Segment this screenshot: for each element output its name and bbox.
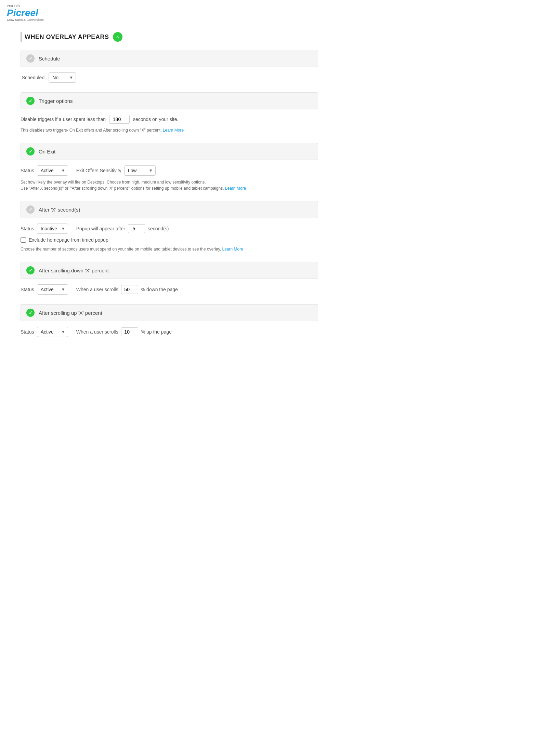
after-scrolling-up-value-input[interactable]	[121, 327, 138, 336]
main-content: WHEN OVERLAY APPEARS ✓ Schedule Schedule…	[0, 25, 328, 360]
after-scrolling-down-status-select-wrapper: Active Inactive ▼	[37, 284, 68, 295]
after-x-seconds-block: ✓ After 'X' second(s) Status Inactive Ac…	[21, 201, 318, 252]
after-x-seconds-header-title: After 'X' second(s)	[39, 207, 80, 213]
on-exit-check-icon: ✓	[26, 147, 35, 156]
after-scrolling-up-header-title: After scrolling up 'X' percent	[39, 310, 102, 316]
after-scrolling-down-scroll-group: When a user scrolls % down the page	[76, 285, 178, 294]
after-scrolling-down-status-group: Status Active Inactive ▼	[21, 284, 68, 295]
after-scrolling-down-header-title: After scrolling down 'X' percent	[39, 268, 109, 273]
on-exit-status-group: Status Active Inactive ▼	[21, 165, 68, 176]
after-scrolling-up-scroll-label: When a user scrolls	[76, 329, 118, 335]
after-x-seconds-value-input[interactable]	[128, 224, 145, 233]
on-exit-info-line2: Use "After X second(s)" or "'After scrol…	[21, 185, 318, 191]
after-scrolling-up-status-label: Status	[21, 329, 34, 335]
on-exit-info-line1: Set how likely the overlay will fire on …	[21, 179, 318, 185]
on-exit-sensitivity-select-wrapper: Low Medium High ▼	[124, 165, 156, 176]
scheduled-select[interactable]: No Yes	[49, 72, 76, 83]
after-scrolling-down-scroll-label: When a user scrolls	[76, 287, 118, 292]
trigger-options-header: ✓ Trigger options	[21, 92, 318, 109]
logo-picreel: Picreel	[7, 8, 541, 18]
after-scrolling-down-header: ✓ After scrolling down 'X' percent	[21, 262, 318, 279]
after-x-seconds-popup-group: Popup will appear after second(s)	[76, 224, 169, 233]
after-scrolling-up-status-select-wrapper: Active Inactive ▼	[37, 327, 68, 337]
after-x-seconds-info: Choose the number of seconds users must …	[21, 246, 318, 252]
trigger-options-header-title: Trigger options	[39, 98, 73, 104]
after-x-seconds-check-icon: ✓	[26, 205, 35, 214]
page-title: WHEN OVERLAY APPEARS	[25, 33, 109, 41]
on-exit-info: Set how likely the overlay will fire on …	[21, 179, 318, 191]
after-x-seconds-header: ✓ After 'X' second(s)	[21, 201, 318, 218]
trigger-options-desc: Disable triggers if a user spent less th…	[21, 117, 106, 122]
scheduled-select-wrapper: No Yes ▼	[49, 72, 76, 83]
on-exit-sensitivity-label: Exit Offers Sensitivity	[76, 168, 121, 173]
after-x-seconds-status-group: Status Inactive Active ▼	[21, 224, 68, 234]
on-exit-learn-more-link[interactable]: Learn More	[225, 186, 246, 191]
schedule-block: ✓ Schedule Scheduled No Yes ▼	[21, 50, 318, 83]
on-exit-header-title: On Exit	[39, 149, 55, 154]
exclude-homepage-row: Exclude homepage from timed popup	[21, 237, 318, 243]
after-x-seconds-status-select-wrapper: Inactive Active ▼	[37, 224, 68, 234]
after-scrolling-up-control-row: Status Active Inactive ▼ When a user scr…	[21, 327, 318, 337]
after-scrolling-down-block: ✓ After scrolling down 'X' percent Statu…	[21, 262, 318, 295]
trigger-options-block: ✓ Trigger options Disable triggers if a …	[21, 92, 318, 133]
after-x-seconds-seconds-suffix: second(s)	[148, 226, 169, 231]
on-exit-status-select[interactable]: Active Inactive	[37, 165, 68, 176]
logo-proprofs: ProProfs	[7, 4, 541, 8]
on-exit-status-select-wrapper: Active Inactive ▼	[37, 165, 68, 176]
exclude-homepage-label: Exclude homepage from timed popup	[29, 237, 108, 243]
after-x-seconds-learn-more-link[interactable]: Learn More	[222, 247, 243, 252]
after-scrolling-down-check-icon: ✓	[26, 266, 35, 274]
after-scrolling-up-scroll-suffix: % up the page	[141, 329, 172, 335]
section-title-row: WHEN OVERLAY APPEARS	[21, 32, 318, 42]
after-scrolling-up-scroll-group: When a user scrolls % up the page	[76, 327, 172, 336]
after-scrolling-down-scroll-suffix: % down the page	[141, 287, 178, 292]
after-scrolling-up-status-select[interactable]: Active Inactive	[37, 327, 68, 337]
on-exit-block: ✓ On Exit Status Active Inactive ▼ Exit …	[21, 143, 318, 191]
trigger-options-learn-more-link[interactable]: Learn More	[163, 128, 184, 133]
scheduled-label: Scheduled	[22, 75, 44, 80]
after-scrolling-down-value-input[interactable]	[121, 285, 138, 294]
after-scrolling-up-header: ✓ After scrolling up 'X' percent	[21, 304, 318, 321]
schedule-check-icon: ✓	[26, 54, 35, 63]
after-scrolling-up-check-icon: ✓	[26, 309, 35, 317]
exclude-homepage-checkbox[interactable]	[21, 237, 26, 243]
on-exit-control-row: Status Active Inactive ▼ Exit Offers Sen…	[21, 165, 318, 176]
trigger-seconds-input[interactable]	[109, 115, 130, 124]
trigger-options-row: Disable triggers if a user spent less th…	[21, 115, 318, 124]
trigger-options-suffix: seconds on your site.	[133, 117, 178, 122]
after-scrolling-down-control-row: Status Active Inactive ▼ When a user scr…	[21, 284, 318, 295]
trigger-options-check-icon: ✓	[26, 97, 35, 105]
on-exit-sensitivity-group: Exit Offers Sensitivity Low Medium High …	[76, 165, 156, 176]
logo-area: ProProfs Picreel Grow Sales & Conversion…	[0, 0, 548, 25]
schedule-header-title: Schedule	[39, 56, 60, 62]
after-scrolling-up-block: ✓ After scrolling up 'X' percent Status …	[21, 304, 318, 337]
on-exit-status-label: Status	[21, 168, 34, 173]
trigger-options-info: This disables two triggers- On Exit offe…	[21, 127, 318, 133]
after-x-seconds-control-row: Status Inactive Active ▼ Popup will appe…	[21, 224, 318, 234]
toggle-section-button[interactable]	[113, 32, 122, 42]
after-x-seconds-popup-label: Popup will appear after	[76, 226, 125, 231]
after-x-seconds-status-label: Status	[21, 226, 34, 231]
schedule-header: ✓ Schedule	[21, 50, 318, 67]
after-scrolling-up-status-group: Status Active Inactive ▼	[21, 327, 68, 337]
after-scrolling-down-status-label: Status	[21, 287, 34, 292]
on-exit-header: ✓ On Exit	[21, 143, 318, 160]
schedule-control-row: Scheduled No Yes ▼	[22, 72, 318, 83]
logo-tagline: Grow Sales & Conversions	[7, 18, 541, 22]
on-exit-sensitivity-select[interactable]: Low Medium High	[124, 165, 156, 176]
after-scrolling-down-status-select[interactable]: Active Inactive	[37, 284, 68, 295]
after-x-seconds-status-select[interactable]: Inactive Active	[37, 224, 68, 234]
